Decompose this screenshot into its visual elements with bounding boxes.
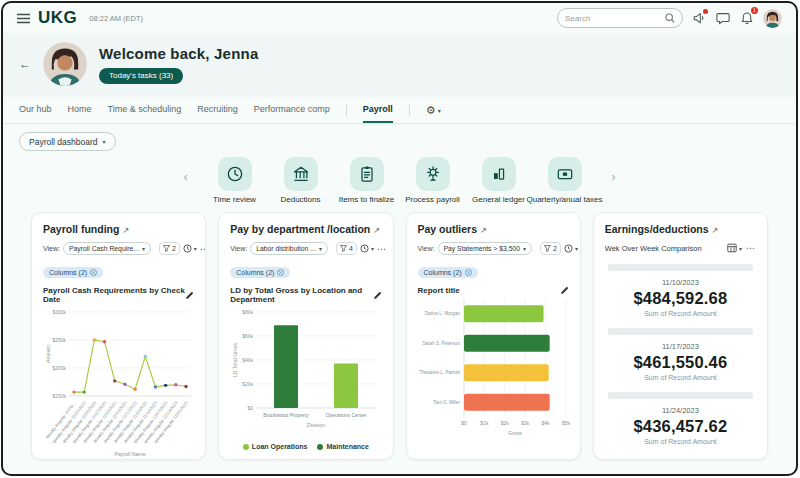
ld-total-gross-bar-chart: $0$20k$40k$60k$80kLD Total GrossBrookwoo… xyxy=(230,304,382,437)
announcements-icon[interactable] xyxy=(691,10,707,26)
chevron-down-icon: ▾ xyxy=(103,138,106,145)
stat-date: 11/17/2023 xyxy=(605,342,756,351)
edit-pencil-icon[interactable] xyxy=(560,286,569,295)
card-payroll-funding: Payroll funding ↗ View: Payroll Cash Req… xyxy=(31,212,206,460)
tab-performance-comp[interactable]: Performance comp xyxy=(254,104,330,123)
stat-amount: $461,550.46 xyxy=(605,353,756,372)
carousel-prev-icon[interactable]: ‹ xyxy=(184,169,188,184)
notification-dot xyxy=(703,9,708,14)
svg-text:$80k: $80k xyxy=(242,309,253,315)
time-review-icon xyxy=(218,157,252,191)
chevron-down-icon: ▾ xyxy=(194,245,197,252)
chat-icon[interactable] xyxy=(715,10,731,26)
history-button[interactable]: ▾ xyxy=(564,244,578,253)
page-title: Welcome back, Jenna xyxy=(99,45,258,62)
funnel-icon xyxy=(163,245,170,252)
user-avatar[interactable] xyxy=(763,9,782,28)
card-title: Payroll funding xyxy=(43,223,119,235)
carousel-item-general-ledger[interactable]: General ledger xyxy=(466,157,532,204)
edit-pencil-icon[interactable] xyxy=(373,291,382,300)
topbar: UKG 08:22 AM (EDT) 1 xyxy=(3,3,796,33)
payroll-cash-line-chart: $150k$200k$250k$300kAmountWeekly Regular… xyxy=(43,304,195,460)
view-dropdown[interactable]: Labor distribution ... ▾ xyxy=(250,242,328,255)
deductions-bank-icon xyxy=(284,157,318,191)
columns-chip[interactable]: Columns (2) xyxy=(230,267,290,278)
svg-text:$60k: $60k xyxy=(242,333,253,339)
close-icon[interactable] xyxy=(465,269,472,276)
stat-divider-bar xyxy=(608,392,753,399)
chart-title: Payroll Cash Requirements by Check Date xyxy=(43,286,185,304)
external-link-icon[interactable]: ↗ xyxy=(480,226,487,235)
card-title: Pay outliers xyxy=(418,223,478,235)
card-pay-outliers: Pay outliers ↗ View: Pay Statements > $3… xyxy=(406,212,581,460)
filter-button[interactable]: 2 xyxy=(159,242,180,255)
columns-chip[interactable]: Columns (2) xyxy=(43,267,103,278)
carousel-next-icon[interactable]: › xyxy=(611,169,615,184)
history-button[interactable]: ▾ xyxy=(183,244,197,253)
pay-outliers-hbar-chart: $0$1k$2k$3k$4k$5kDarius L. MorganSarah S… xyxy=(418,295,570,439)
current-time: 08:22 AM (EDT) xyxy=(89,14,143,23)
columns-chip[interactable]: Columns (2) xyxy=(418,267,478,278)
chart-title: Report title xyxy=(418,286,460,295)
carousel-item-time-review[interactable]: Time review xyxy=(202,157,268,204)
view-dropdown[interactable]: Pay Statements > $3,500 ▾ xyxy=(438,242,533,255)
svg-text:$4k: $4k xyxy=(541,420,550,426)
nav-divider xyxy=(409,105,410,116)
nav-divider xyxy=(346,105,347,116)
stat-divider-bar xyxy=(608,264,753,271)
svg-text:Sarah S. Peterson: Sarah S. Peterson xyxy=(422,341,460,346)
external-link-icon[interactable]: ↗ xyxy=(122,226,129,235)
stat-date: 11/24/2023 xyxy=(605,406,756,415)
comparison-label: Wek Over Week Comparison xyxy=(605,244,702,253)
svg-text:LD Total Gross: LD Total Gross xyxy=(232,342,238,377)
back-arrow-icon[interactable]: ← xyxy=(19,57,31,71)
tab-payroll[interactable]: Payroll xyxy=(363,104,393,123)
dashboard-selector[interactable]: Payroll dashboard ▾ xyxy=(19,132,116,151)
items-to-finalize-icon xyxy=(350,157,384,191)
todays-tasks-button[interactable]: Today's tasks (33) xyxy=(99,68,183,84)
svg-text:$0: $0 xyxy=(248,405,254,411)
tab-home[interactable]: Home xyxy=(68,104,92,123)
svg-text:Gross: Gross xyxy=(508,430,522,436)
ukg-logo: UKG xyxy=(38,8,77,28)
close-icon[interactable] xyxy=(90,269,97,276)
tab-recruiting[interactable]: Recruiting xyxy=(197,104,238,123)
stat-caption: Sum of Record Amount xyxy=(605,310,756,317)
chevron-down-icon: ▾ xyxy=(739,245,742,252)
view-label: View: xyxy=(418,245,435,252)
filter-button[interactable]: 4 xyxy=(336,242,357,255)
more-menu-button[interactable]: ⋯ xyxy=(200,244,206,254)
svg-text:$20k: $20k xyxy=(242,381,253,387)
carousel-item-quarterly-taxes[interactable]: Quarterly/anual taxes xyxy=(532,157,598,204)
more-menu-button[interactable]: ⋯ xyxy=(746,243,756,253)
tab-time-scheduling[interactable]: Time & scheduling xyxy=(108,104,182,123)
table-view-button[interactable]: ▾ xyxy=(727,243,742,253)
carousel-item-process-payroll[interactable]: Process payroll xyxy=(400,157,466,204)
main-nav: Our hub Home Time & scheduling Recruitin… xyxy=(3,97,796,124)
general-ledger-icon xyxy=(482,157,516,191)
search-bar[interactable] xyxy=(557,8,683,28)
view-dropdown[interactable]: Payroll Cash Require... ▾ xyxy=(63,242,151,255)
more-menu-button[interactable]: ⋯ xyxy=(377,244,387,254)
view-label: View: xyxy=(43,245,60,252)
svg-text:Operations Center: Operations Center xyxy=(326,412,367,418)
bell-icon[interactable]: 1 xyxy=(739,10,755,26)
card-title: Earnings/deductions xyxy=(605,223,709,235)
chevron-down-icon: ▾ xyxy=(319,245,322,252)
history-button[interactable]: ▾ xyxy=(360,244,374,253)
close-icon[interactable] xyxy=(277,269,284,276)
external-link-icon[interactable]: ↗ xyxy=(373,226,380,235)
tab-our-hub[interactable]: Our hub xyxy=(19,104,52,123)
carousel-item-items-to-finalize[interactable]: Items to finalize xyxy=(334,157,400,204)
search-input[interactable] xyxy=(565,14,661,23)
stat-caption: Sum of Record Amount xyxy=(605,374,756,381)
carousel-item-deductions[interactable]: Deductions xyxy=(268,157,334,204)
edit-pencil-icon[interactable] xyxy=(185,291,194,300)
nav-settings-button[interactable]: ⚙ ▾ xyxy=(426,104,441,123)
hamburger-menu-icon[interactable] xyxy=(17,13,30,24)
stat-caption: Sum of Record Amount xyxy=(605,438,756,445)
svg-text:Brookwood Property: Brookwood Property xyxy=(264,412,310,418)
svg-text:$5k: $5k xyxy=(561,420,569,426)
external-link-icon[interactable]: ↗ xyxy=(712,226,719,235)
filter-button[interactable]: 2 xyxy=(540,242,561,255)
